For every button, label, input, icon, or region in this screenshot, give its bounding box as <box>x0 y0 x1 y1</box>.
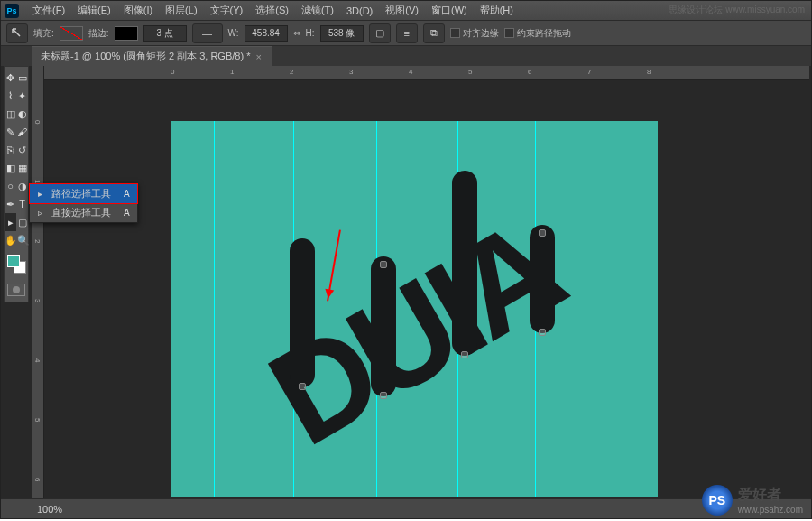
app-window: Ps 文件(F) 编辑(E) 图像(I) 图层(L) 文字(Y) 选择(S) 滤… <box>0 0 812 519</box>
hand-tool[interactable]: ✋ <box>5 231 17 249</box>
stroke-style-icon[interactable]: — <box>192 23 223 43</box>
document-tabbar: 未标题-1 @ 100% (圆角矩形 2 副本 3, RGB/8) * × <box>1 46 811 66</box>
shape-tool[interactable]: ▢ <box>16 213 28 231</box>
marquee-tool[interactable]: ▭ <box>16 69 28 87</box>
menu-help[interactable]: 帮助(H) <box>474 4 520 17</box>
shape-stroke[interactable] <box>290 238 315 387</box>
menu-view[interactable]: 视图(V) <box>379 4 425 17</box>
foreground-color[interactable] <box>7 255 20 267</box>
watermark-text: 爱好者 <box>738 486 803 505</box>
menu-type[interactable]: 文字(Y) <box>204 4 250 17</box>
menu-3d[interactable]: 3D(D) <box>340 5 379 16</box>
menu-edit[interactable]: 编辑(E) <box>71 4 117 17</box>
document-tab-title: 未标题-1 @ 100% (圆角矩形 2 副本 3, RGB/8) * <box>41 50 250 63</box>
stroke-width-input[interactable] <box>143 25 187 42</box>
ruler-vertical: 0 1 2 3 4 5 6 <box>32 66 44 498</box>
path-handle[interactable] <box>299 383 306 390</box>
eyedropper-tool[interactable]: ◐ <box>16 105 28 123</box>
zoom-tool[interactable]: 🔍 <box>17 231 30 249</box>
w-label: W: <box>228 28 239 38</box>
tool-preset-icon[interactable] <box>6 23 28 43</box>
path-align-icon[interactable]: ≡ <box>396 23 418 43</box>
flyout-direct-selection[interactable]: ▹ 直接选择工具 A <box>30 203 137 222</box>
width-input[interactable] <box>245 25 288 42</box>
zoom-level[interactable]: 100% <box>37 504 62 515</box>
shape-stroke[interactable] <box>530 225 555 333</box>
toolbox: ✥▭ ⌇✦ ◫◐ ✎🖌 ⎘↺ ◧▦ ○◑ ✒T ▸▢ ✋🔍 <box>4 66 29 302</box>
path-handle[interactable] <box>539 229 546 237</box>
align-edges-checkbox[interactable]: 对齐边缘 <box>450 27 499 40</box>
constrain-path-checkbox[interactable]: 约束路径拖动 <box>504 27 571 40</box>
wand-tool[interactable]: ✦ <box>16 87 28 105</box>
path-handle[interactable] <box>380 261 387 268</box>
gradient-tool[interactable]: ▦ <box>16 159 28 177</box>
stamp-tool[interactable]: ⎘ <box>5 141 16 159</box>
menu-image[interactable]: 图像(I) <box>117 4 159 17</box>
heal-tool[interactable]: ✎ <box>5 123 16 141</box>
watermark-url: www.psahz.com <box>738 505 803 515</box>
blur-tool[interactable]: ○ <box>5 177 16 195</box>
stroke-label: 描边: <box>88 27 109 40</box>
path-select-tool[interactable]: ▸ <box>5 213 16 231</box>
move-tool[interactable]: ✥ <box>5 69 16 87</box>
close-tab-icon[interactable]: × <box>255 51 261 62</box>
watermark: PS 爱好者 www.psahz.com <box>702 485 803 516</box>
path-handle[interactable] <box>539 329 546 336</box>
crop-tool[interactable]: ◫ <box>5 105 16 123</box>
link-wh-icon[interactable]: ⇔ <box>293 28 300 38</box>
fill-label: 填充: <box>33 27 54 40</box>
quickmask-icon[interactable] <box>7 284 25 296</box>
canvas-viewport[interactable]: DUIA <box>44 80 809 497</box>
app-logo[interactable]: Ps <box>5 4 19 18</box>
canvas[interactable]: DUIA <box>171 121 658 497</box>
h-label: H: <box>306 28 315 38</box>
shape-stroke[interactable] <box>452 171 477 356</box>
guide-line[interactable] <box>214 121 215 497</box>
height-input[interactable] <box>320 25 364 42</box>
workspace: ✥▭ ⌇✦ ◫◐ ✎🖌 ⎘↺ ◧▦ ○◑ ✒T ▸▢ ✋🔍 ▸ 路径选择工具 A <box>1 66 811 498</box>
eraser-tool[interactable]: ◧ <box>5 159 16 177</box>
menu-layer[interactable]: 图层(L) <box>159 4 203 17</box>
path-handle[interactable] <box>380 392 387 399</box>
menu-select[interactable]: 选择(S) <box>249 4 295 17</box>
menu-filter[interactable]: 滤镜(T) <box>295 4 340 17</box>
document-tab[interactable]: 未标题-1 @ 100% (圆角矩形 2 副本 3, RGB/8) * × <box>32 46 272 66</box>
path-handle[interactable] <box>461 351 468 358</box>
shape-stroke[interactable] <box>371 256 396 396</box>
statusbar: 100% <box>1 498 811 518</box>
path-ops-icon[interactable]: ▢ <box>369 23 391 43</box>
top-watermark: 思缘设计论坛 www.missyuan.com <box>669 4 805 16</box>
history-brush-tool[interactable]: ↺ <box>16 141 28 159</box>
path-arrange-icon[interactable]: ⧉ <box>423 23 445 43</box>
options-bar: 填充: 描边: — W: ⇔ H: ▢ ≡ ⧉ 对齐边缘 约束路径拖动 <box>1 21 811 46</box>
type-tool[interactable]: T <box>16 195 28 213</box>
menu-window[interactable]: 窗口(W) <box>425 4 474 17</box>
path-select-icon: ▸ <box>33 188 46 200</box>
watermark-logo: PS <box>702 485 733 516</box>
lasso-tool[interactable]: ⌇ <box>5 87 16 105</box>
pen-tool[interactable]: ✒ <box>5 195 16 213</box>
fill-swatch[interactable] <box>60 26 83 41</box>
stroke-swatch[interactable] <box>115 26 138 41</box>
direct-select-icon: ▹ <box>33 207 46 219</box>
ruler-horizontal: 0 1 2 3 4 5 6 7 8 <box>44 66 809 80</box>
color-swatches[interactable] <box>5 253 28 280</box>
menu-file[interactable]: 文件(F) <box>26 4 71 17</box>
path-select-flyout: ▸ 路径选择工具 A ▹ 直接选择工具 A <box>29 183 138 223</box>
brush-tool[interactable]: 🖌 <box>16 123 28 141</box>
dodge-tool[interactable]: ◑ <box>16 177 28 195</box>
flyout-path-selection[interactable]: ▸ 路径选择工具 A <box>30 184 137 203</box>
